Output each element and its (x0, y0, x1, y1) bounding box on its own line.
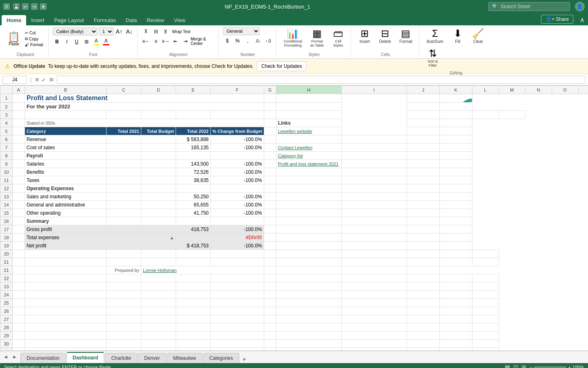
table-cell[interactable] (141, 225, 176, 233)
table-cell[interactable] (407, 323, 439, 332)
redo-icon[interactable]: ↪ (31, 3, 38, 10)
table-cell[interactable] (439, 135, 472, 144)
table-cell[interactable] (472, 111, 499, 119)
table-cell[interactable] (276, 184, 341, 193)
table-cell[interactable] (107, 283, 141, 291)
table-cell[interactable] (264, 160, 276, 168)
table-cell[interactable] (13, 250, 25, 258)
table-cell[interactable] (264, 274, 276, 283)
table-cell[interactable]: Gross profit (25, 225, 107, 233)
table-cell[interactable] (407, 340, 439, 348)
table-cell[interactable] (107, 332, 141, 340)
table-cell[interactable] (407, 299, 439, 307)
underline-button[interactable]: U (72, 37, 81, 46)
table-cell[interactable] (211, 217, 264, 225)
table-cell[interactable] (341, 209, 407, 217)
normal-view-button[interactable]: ▦ (505, 364, 510, 368)
table-cell[interactable] (264, 242, 276, 250)
table-cell[interactable] (176, 340, 211, 348)
table-cell[interactable]: Other operating (25, 209, 107, 217)
table-cell[interactable] (107, 250, 141, 258)
table-cell[interactable] (439, 315, 472, 323)
table-cell[interactable] (25, 332, 107, 340)
search-input[interactable] (501, 4, 566, 9)
table-cell[interactable] (264, 332, 276, 340)
table-cell[interactable] (176, 233, 211, 242)
table-cell[interactable] (439, 201, 472, 209)
sheet-tab-charlotte[interactable]: Charlotte (105, 353, 137, 363)
table-cell[interactable] (141, 291, 176, 299)
table-cell[interactable] (439, 168, 472, 176)
table-cell[interactable] (211, 111, 264, 119)
table-cell[interactable]: -100.0% (211, 225, 264, 233)
tab-view[interactable]: View (169, 15, 190, 25)
table-cell[interactable] (341, 184, 407, 193)
col-header-a[interactable]: A (13, 86, 25, 94)
table-cell[interactable] (276, 135, 341, 144)
zoom-bar[interactable] (534, 366, 566, 368)
table-cell[interactable] (13, 340, 25, 348)
table-cell[interactable] (25, 299, 107, 307)
align-center-button[interactable]: ≡ (151, 37, 160, 46)
table-cell[interactable] (141, 274, 176, 283)
table-cell[interactable] (13, 119, 25, 127)
confirm-formula-icon[interactable]: ✓ (41, 76, 46, 83)
table-cell[interactable] (439, 323, 472, 332)
sheet-tab-denver[interactable]: Denver (138, 353, 166, 363)
table-cell[interactable] (439, 242, 472, 250)
table-cell[interactable] (439, 176, 472, 184)
table-cell[interactable] (211, 291, 264, 299)
table-cell[interactable] (107, 340, 141, 348)
sheet-tab-documentation[interactable]: Documentation (20, 353, 66, 363)
table-cell[interactable] (107, 184, 141, 193)
align-bottom-button[interactable]: ⊻ (161, 27, 170, 36)
table-cell[interactable]: General and administrative (25, 201, 107, 209)
table-cell[interactable] (472, 299, 499, 307)
table-cell[interactable] (407, 94, 439, 103)
table-cell[interactable] (407, 209, 439, 217)
table-cell[interactable] (276, 94, 341, 103)
user-icon[interactable]: 👤 (575, 2, 585, 11)
table-cell[interactable] (176, 250, 211, 258)
table-cell[interactable] (13, 258, 25, 266)
page-layout-view-button[interactable]: ⊡ (513, 364, 518, 368)
table-cell[interactable]: Profit and loss statement 2021 (276, 160, 341, 168)
table-cell[interactable]: % Change from Budget (211, 127, 264, 135)
table-cell[interactable] (141, 160, 176, 168)
table-cell[interactable]: Category (25, 127, 107, 135)
table-cell[interactable] (276, 111, 341, 119)
delete-button[interactable]: ⊟ Delete (376, 27, 394, 45)
table-cell[interactable]: Total 2021 (107, 127, 141, 135)
table-cell[interactable] (211, 283, 264, 291)
table-cell[interactable]: Sales and marketing (25, 193, 107, 201)
col-header-j[interactable]: J (407, 86, 439, 94)
table-cell[interactable]: Lonnie Holtsman (141, 266, 264, 274)
table-cell[interactable] (13, 283, 25, 291)
table-cell[interactable]: Category list (276, 152, 341, 160)
table-cell[interactable] (276, 168, 341, 176)
table-cell[interactable] (107, 160, 141, 168)
zoom-in-button[interactable]: + (568, 365, 570, 368)
table-cell[interactable]: Summary (25, 217, 107, 225)
table-cell[interactable]: -100.0% (211, 242, 264, 250)
table-cell[interactable] (276, 291, 341, 299)
table-cell[interactable] (264, 217, 276, 225)
save-icon[interactable]: 💾 (13, 3, 20, 10)
table-cell[interactable] (141, 144, 176, 152)
insert-button[interactable]: ⊞ Insert (355, 27, 374, 45)
table-cell[interactable]: LEWELLENGroup (439, 94, 472, 103)
cell-reference-box[interactable] (2, 76, 27, 84)
table-cell[interactable] (439, 307, 472, 315)
col-header-d[interactable]: D (141, 86, 176, 94)
table-cell[interactable] (211, 323, 264, 332)
table-cell[interactable] (341, 168, 407, 176)
table-cell[interactable] (211, 340, 264, 348)
table-cell[interactable] (141, 217, 176, 225)
table-cell[interactable] (276, 233, 341, 242)
table-cell[interactable] (341, 332, 407, 340)
col-header-l[interactable]: L (472, 86, 499, 94)
table-cell[interactable] (341, 217, 407, 225)
table-cell[interactable] (407, 258, 439, 266)
table-cell[interactable] (439, 119, 472, 127)
formula-input[interactable] (57, 76, 586, 84)
